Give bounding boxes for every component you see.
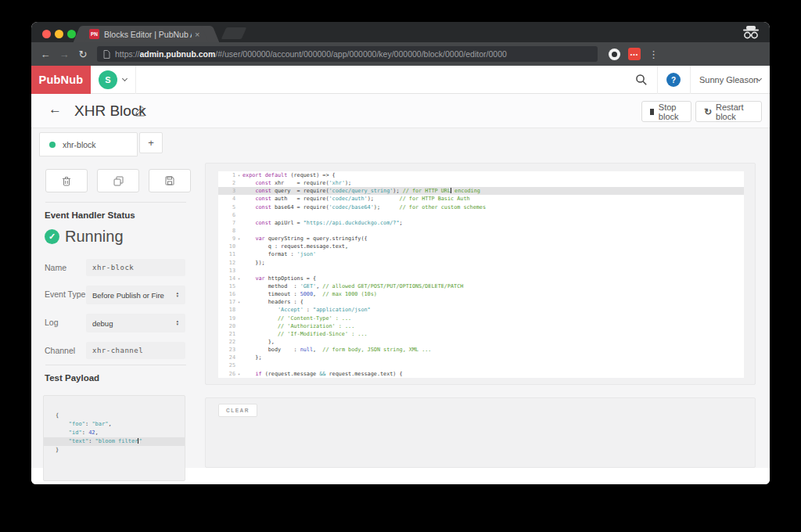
save-button[interactable] [149,169,191,192]
payload-line[interactable]: } [44,446,185,455]
line-number: 11 [218,250,235,258]
back-button[interactable]: ← [36,49,55,60]
code-line[interactable]: 25 [218,361,744,369]
code-line[interactable]: 7 const apiUrl = "https://api.duckduckgo… [218,219,744,227]
payload-line[interactable]: { [44,412,185,420]
clear-button[interactable]: CLEAR [218,404,257,417]
select-stepper-icon: ▲▼ [176,292,179,298]
code-line[interactable]: 5 const base64 = require('codec/base64')… [218,203,744,211]
divider [135,66,136,94]
code-line[interactable]: 18 'Accept' : "application/json" [218,306,744,314]
help-button[interactable]: ? [666,73,681,87]
code-text: }); [242,259,265,267]
code-text: const query = require('codec/query_strin… [242,187,480,195]
log-select[interactable]: debug▲▼ [86,314,185,332]
delete-button[interactable] [45,169,88,192]
code-line[interactable]: 24 }; [218,354,744,361]
fold-arrow-icon[interactable]: ▾ [235,235,242,243]
stop-block-button[interactable]: Stop block [641,101,691,122]
extension-icon-red[interactable]: ••• [628,48,641,60]
code-line[interactable]: 12 }); [218,259,744,267]
copy-button[interactable] [97,169,139,192]
browser-tab[interactable]: PN Blocks Editor | PubNub Admin × [83,26,210,42]
fold-arrow-icon[interactable]: ▾ [235,171,242,179]
fold-arrow-icon[interactable]: ▾ [235,370,242,378]
reload-button[interactable]: ↻ [74,49,92,60]
restart-block-button[interactable]: ↻ Restart block [695,101,762,122]
line-number: 20 [218,322,235,330]
save-icon [165,176,174,185]
code-line[interactable]: 11 format : 'json' [218,250,744,258]
code-line[interactable]: 23 body : null, // form body, JSON strin… [218,346,744,354]
edit-pencil-icon[interactable] [135,105,145,117]
line-number: 17 [218,298,235,306]
code-line[interactable]: 2 const xhr = require('xhr'); [218,179,744,187]
browser-menu-icon[interactable]: ⋮ [648,49,659,60]
payload-line[interactable]: "text": "bloom filter" [44,437,185,446]
extension-icon[interactable] [609,49,620,60]
code-editor[interactable]: 1▾export default (request) => {2 const x… [218,171,744,378]
fold-gap [235,259,242,267]
code-line[interactable]: 17▾ headers : { [218,298,744,306]
field-row: Logdebug▲▼ [45,314,185,332]
screen: PN Blocks Editor | PubNub Admin × ← → ↻ [0,0,801,532]
tab-close-icon[interactable]: × [195,30,199,39]
new-tab-button[interactable] [221,27,247,39]
url-host: admin.pubnub.com [140,49,216,59]
avatar[interactable]: S [99,70,117,89]
select-stepper-icon: ▲▼ [176,320,179,326]
tab-xhr-block[interactable]: xhr-block [39,132,138,156]
code-line[interactable]: 1▾export default (request) => { [218,171,744,179]
code-line[interactable]: 26▾ if (request.message && request.messa… [218,370,744,378]
avatar-chevron-down-icon[interactable] [122,76,128,81]
add-tab-button[interactable]: + [139,132,163,153]
code-line[interactable]: 14▾ var httpOptions = { [218,275,744,282]
app-header: PubNub S ? Sunny Gleason [31,66,770,94]
back-arrow-button[interactable]: ← [48,102,62,117]
divider [657,66,658,94]
code-line[interactable]: 21 // 'If-Modified-Since' : ... [218,330,744,338]
channel-input[interactable]: xhr-channel [86,342,185,359]
code-line[interactable]: 10 q : request.message.text, [218,243,744,250]
fold-arrow-icon[interactable]: ▾ [235,298,242,306]
block-tab-label: xhr-block [63,140,96,149]
code-line[interactable]: 9▾ var queryString = query.stringify({ [218,235,744,243]
code-line[interactable]: 15 method : 'GET', // allowed GET/POST/P… [218,282,744,290]
payload-line[interactable]: "foo": "bar", [44,420,185,429]
code-line[interactable]: 16 timeout : 5000, // max 1000 (10s) [218,290,744,298]
code-line[interactable]: 19 // 'Content-Type' : ... [218,315,744,322]
pubnub-logo[interactable]: PubNub [31,66,91,94]
forward-button[interactable]: → [55,49,74,60]
name-input[interactable]: xhr-block [86,259,185,276]
line-number: 25 [218,361,235,369]
line-number: 19 [218,315,235,322]
fold-gap [235,211,242,219]
fold-gap [235,243,242,250]
code-line[interactable]: 20 // 'Authorization' : ... [218,322,744,330]
line-number: 15 [218,282,235,290]
field-value: debug [92,319,113,328]
event-type-select[interactable]: Before Publish or Fire▲▼ [86,286,185,304]
window-minimize-button[interactable] [55,30,63,38]
address-bar[interactable]: https://admin.pubnub.com/#/user/000000/a… [97,46,598,62]
line-number: 18 [218,306,235,314]
search-icon[interactable] [635,74,648,86]
code-line[interactable]: 6 [218,211,744,219]
user-menu[interactable]: Sunny Gleason [699,75,758,84]
code-line[interactable]: 8 [218,227,744,235]
code-line[interactable]: 13 [218,267,744,275]
code-text: var queryString = query.stringify({ [242,235,368,243]
field-label: Event Type [45,286,86,304]
fold-gap [235,354,242,361]
fold-gap [235,290,242,298]
code-line[interactable]: 3 const query = require('codec/query_str… [218,187,744,195]
fold-gap [235,330,242,338]
status-badge: ✓ Running [45,228,124,246]
code-line[interactable]: 22 }, [218,338,744,346]
code-line[interactable]: 4 const auth = require('codec/auth'); //… [218,195,744,203]
payload-line[interactable]: "id": 42, [44,429,185,437]
fold-arrow-icon[interactable]: ▾ [235,275,242,282]
fold-gap [235,315,242,322]
test-payload-editor[interactable]: { "foo": "bar", "id": 42, "text": "bloom… [43,395,185,481]
window-close-button[interactable] [42,30,51,38]
